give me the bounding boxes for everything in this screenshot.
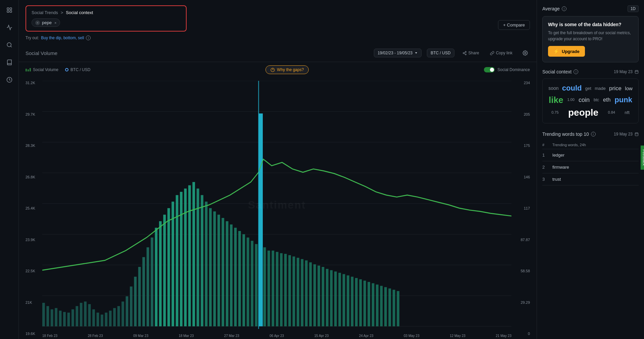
word-100[interactable]: 1.00	[567, 98, 574, 102]
try-out-links[interactable]: Buy the dip, bottom, sell	[41, 36, 84, 40]
svg-rect-13	[26, 69, 27, 71]
word-075[interactable]: 0.75	[551, 111, 558, 114]
asset-tag-close[interactable]: ×	[54, 21, 56, 25]
svg-rect-94	[322, 267, 325, 326]
svg-rect-54	[155, 228, 158, 326]
word-made[interactable]: made	[595, 86, 606, 91]
word-like[interactable]: like	[549, 96, 563, 104]
legend-btc-usd[interactable]: BTC / USD	[65, 67, 90, 72]
trending-info-icon[interactable]: i	[591, 132, 596, 136]
social-context-info-icon[interactable]: i	[574, 69, 578, 74]
trending-row-3-word: trust	[552, 177, 639, 182]
svg-rect-30	[55, 308, 57, 327]
svg-rect-106	[372, 283, 375, 327]
svg-rect-60	[180, 192, 183, 326]
word-084[interactable]: 0.84	[608, 111, 615, 114]
trending-row-1[interactable]: 1 ledger	[542, 149, 639, 161]
upgrade-button[interactable]: ⚡ Upgrade	[548, 46, 585, 57]
asset-tag-pepe[interactable]: × pepe ×	[32, 18, 60, 27]
sidebar-icon-search[interactable]	[5, 40, 14, 50]
right-panel: Average i 1D Why is some of the data hid…	[537, 0, 644, 339]
upgrade-section: Why is some of the data hidden? To get t…	[542, 16, 639, 62]
svg-rect-38	[88, 304, 91, 326]
try-out-bar: Try out: Buy the dip, bottom, sell i	[26, 34, 530, 42]
toggle-switch[interactable]	[484, 67, 495, 72]
svg-rect-77	[247, 237, 249, 326]
svg-rect-50	[138, 267, 141, 326]
svg-rect-67	[205, 202, 208, 326]
trending-section: Trending words top 10 i 19 May 23 # Tren…	[542, 131, 639, 185]
breadcrumb-current: Social context	[66, 10, 93, 15]
word-people[interactable]: people	[568, 108, 598, 117]
chevron-down-icon	[414, 51, 418, 55]
svg-rect-66	[201, 195, 203, 326]
svg-rect-36	[80, 303, 83, 326]
social-dominance-toggle[interactable]: Social Dominance	[484, 67, 530, 72]
copy-link-button[interactable]: Copy link	[487, 49, 515, 57]
breadcrumb-area: Social Trends > Social context × pepe ×	[26, 5, 187, 32]
svg-rect-98	[338, 273, 341, 327]
svg-line-5	[10, 46, 11, 47]
trending-header: Trending words top 10 i 19 May 23	[542, 131, 639, 137]
svg-rect-27	[42, 303, 45, 326]
try-out-info-icon[interactable]: i	[86, 36, 91, 40]
breadcrumb: Social Trends > Social context	[32, 10, 181, 15]
compare-button[interactable]: + Compare	[498, 20, 530, 30]
svg-rect-70	[217, 215, 220, 326]
breadcrumb-separator: >	[61, 10, 63, 15]
word-coin[interactable]: coin	[579, 97, 590, 103]
why-gaps-button[interactable]: Why the gaps?	[265, 65, 309, 74]
breadcrumb-parent[interactable]: Social Trends	[32, 10, 58, 15]
svg-rect-71	[221, 218, 224, 326]
trending-table-header: # Trending words, 24h	[542, 141, 639, 149]
word-punk[interactable]: punk	[614, 96, 632, 104]
period-badge[interactable]: 1D	[628, 5, 639, 12]
trending-row-2[interactable]: 2 firmware	[542, 161, 639, 173]
gear-icon	[523, 50, 528, 56]
svg-rect-64	[259, 113, 263, 326]
svg-rect-74	[234, 228, 237, 326]
trending-row-3[interactable]: 3 trust	[542, 173, 639, 185]
svg-rect-52	[147, 247, 149, 327]
share-button[interactable]: Share	[460, 49, 482, 57]
col-header-word: Trending words, 24h	[552, 143, 639, 147]
trending-calendar-icon[interactable]	[635, 132, 639, 136]
chart-area: 31.2K 29.7K 28.3K 26.8K 25.4K 23.9K 22.5…	[19, 77, 537, 339]
trending-row-3-num: 3	[542, 177, 552, 182]
word-btc[interactable]: btc	[594, 98, 599, 102]
share-icon	[462, 51, 467, 55]
word-get[interactable]: get	[585, 86, 591, 91]
question-icon	[270, 68, 275, 72]
word-soon[interactable]: soon	[548, 86, 558, 91]
word-price[interactable]: price	[609, 86, 622, 91]
legend-social-volume-label: Social Volume	[33, 67, 58, 72]
svg-rect-42	[105, 313, 107, 326]
sidebar-icon-book[interactable]	[5, 58, 14, 67]
calendar-icon[interactable]	[635, 70, 639, 74]
tag-remove-icon[interactable]: ×	[35, 20, 40, 25]
trending-row-1-word: ledger	[552, 153, 639, 158]
settings-button[interactable]	[521, 48, 530, 58]
svg-rect-76	[242, 234, 245, 327]
svg-rect-72	[226, 221, 229, 327]
trending-table: # Trending words, 24h 1 ledger 2 firmwar…	[542, 141, 639, 185]
svg-rect-33	[67, 313, 70, 326]
word-could[interactable]: could	[562, 84, 582, 92]
feedback-tab[interactable]: Feedback	[641, 145, 644, 169]
svg-point-9	[465, 54, 466, 55]
svg-rect-89	[301, 259, 303, 327]
svg-rect-58	[171, 202, 174, 326]
word-nft[interactable]: nft	[625, 110, 629, 115]
word-eth[interactable]: eth	[603, 97, 610, 103]
svg-point-12	[525, 52, 526, 54]
average-label: Average i	[542, 6, 566, 11]
legend-social-volume[interactable]: Social Volume	[26, 67, 58, 72]
word-low[interactable]: low	[625, 86, 633, 91]
svg-rect-82	[271, 250, 274, 326]
sidebar-icon-home[interactable]	[5, 5, 14, 15]
sidebar-icon-clock[interactable]	[5, 75, 14, 84]
sidebar-icon-chart[interactable]	[5, 23, 14, 32]
average-info-icon[interactable]: i	[562, 6, 566, 11]
svg-rect-65	[197, 188, 199, 326]
date-range-button[interactable]: 19/02/23 - 19/05/23	[374, 49, 422, 57]
